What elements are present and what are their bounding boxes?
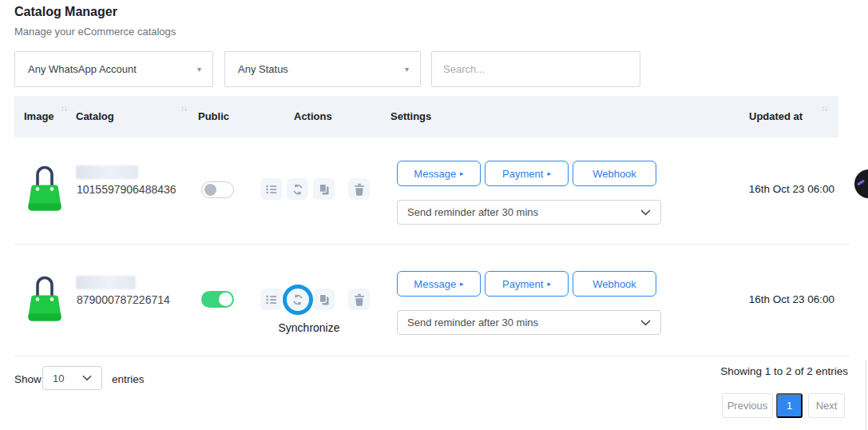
status-filter-select[interactable]: Any Status ▾	[224, 51, 421, 87]
table-header-band: Image ↑↓ Catalog ↑↓ Public Actions Setti…	[14, 96, 838, 137]
trash-icon	[353, 293, 366, 306]
catalog-image	[24, 273, 65, 323]
view-items-button[interactable]	[260, 178, 282, 200]
message-settings-label: Message	[414, 278, 456, 290]
next-page-button[interactable]: Next	[808, 393, 845, 418]
column-header-public: Public	[198, 96, 229, 137]
list-icon	[265, 293, 278, 306]
search-input[interactable]	[431, 51, 640, 87]
duplicate-button[interactable]	[313, 178, 335, 200]
chevron-down-icon	[640, 320, 651, 326]
catalog-manager-page: Catalog Manager Manage your eCommerce ca…	[0, 0, 868, 430]
synchronize-highlight-ring	[283, 285, 313, 315]
public-toggle[interactable]	[201, 291, 234, 308]
payment-settings-label: Payment	[502, 168, 543, 180]
sort-icon: ↑↓	[821, 104, 827, 113]
column-header-settings: Settings	[390, 96, 431, 137]
submenu-caret-icon: ▸	[460, 169, 464, 177]
public-toggle[interactable]	[201, 181, 234, 198]
chevron-down-icon	[640, 209, 651, 216]
support-fab-button[interactable]	[854, 169, 868, 198]
column-header-image[interactable]: Image	[24, 96, 54, 137]
catalog-name-redacted	[76, 165, 138, 179]
catalog-id: 879000787226714	[77, 293, 170, 306]
duplicate-button[interactable]	[313, 289, 335, 310]
toggle-knob	[219, 293, 232, 306]
chevron-down-icon: ▾	[405, 65, 409, 74]
page-size-select[interactable]: 10	[42, 366, 102, 390]
trash-icon	[353, 183, 366, 196]
payment-settings-button[interactable]: Payment ▸	[485, 271, 569, 297]
submenu-caret-icon: ▸	[547, 169, 551, 177]
webhook-settings-label: Webhook	[593, 168, 636, 180]
whatsapp-account-filter-select[interactable]: Any WhatsApp Account ▾	[14, 51, 213, 87]
view-items-button[interactable]	[260, 289, 282, 310]
page-1-button[interactable]: 1	[776, 393, 803, 418]
page-subtitle: Manage your eCommerce catalogs	[14, 26, 176, 38]
submenu-caret-icon: ▸	[547, 280, 551, 288]
fab-icon	[857, 180, 865, 186]
column-header-actions: Actions	[294, 96, 332, 137]
entries-label: entries	[112, 373, 145, 385]
webhook-settings-button[interactable]: Webhook	[573, 271, 656, 297]
status-filter-value: Any Status	[238, 63, 288, 75]
previous-page-button[interactable]: Previous	[722, 393, 773, 418]
webhook-settings-button[interactable]: Webhook	[573, 161, 656, 186]
delete-button[interactable]	[348, 178, 370, 200]
chevron-down-icon	[82, 375, 92, 381]
submenu-caret-icon: ▸	[460, 280, 464, 288]
reminder-select-value: Send reminder after 30 mins	[407, 317, 538, 328]
whatsapp-account-filter-value: Any WhatsApp Account	[28, 63, 137, 75]
copy-icon	[318, 293, 331, 306]
catalog-image	[24, 162, 65, 213]
message-settings-button[interactable]: Message ▸	[397, 161, 481, 186]
message-settings-label: Message	[414, 168, 456, 180]
column-header-updated-at[interactable]: Updated at	[749, 96, 803, 137]
right-edge-divider	[866, 360, 866, 430]
reminder-select-value: Send reminder after 30 mins	[407, 206, 538, 218]
page-size-value: 10	[53, 372, 64, 384]
list-icon	[265, 183, 278, 196]
message-settings-button[interactable]: Message ▸	[397, 271, 481, 297]
toggle-knob	[204, 184, 216, 196]
table-bottom-divider	[14, 356, 850, 356]
reminder-select[interactable]: Send reminder after 30 mins	[397, 200, 661, 225]
sort-icon: ↑↓	[61, 104, 67, 113]
catalog-name-redacted	[76, 276, 136, 289]
column-header-catalog[interactable]: Catalog	[76, 96, 114, 137]
payment-settings-button[interactable]: Payment ▸	[485, 161, 569, 186]
copy-icon	[318, 183, 331, 196]
sync-icon	[291, 183, 304, 196]
updated-at-value: 16th Oct 23 06:00	[703, 293, 834, 305]
payment-settings-label: Payment	[502, 278, 543, 290]
page-title: Catalog Manager	[14, 5, 117, 19]
pagination-summary: Showing 1 to 2 of 2 entries	[679, 365, 848, 377]
delete-button[interactable]	[348, 289, 370, 310]
synchronize-button[interactable]	[287, 178, 308, 200]
synchronize-annotation-label: Synchronize	[261, 321, 357, 334]
catalog-id: 1015597906488436	[77, 183, 176, 196]
updated-at-value: 16th Oct 23 06:00	[703, 183, 834, 195]
show-label: Show	[14, 373, 42, 385]
webhook-settings-label: Webhook	[593, 278, 636, 290]
reminder-select[interactable]: Send reminder after 30 mins	[397, 310, 661, 335]
chevron-down-icon: ▾	[197, 65, 201, 74]
sort-icon: ↑↓	[180, 104, 187, 113]
row-divider	[14, 244, 850, 245]
